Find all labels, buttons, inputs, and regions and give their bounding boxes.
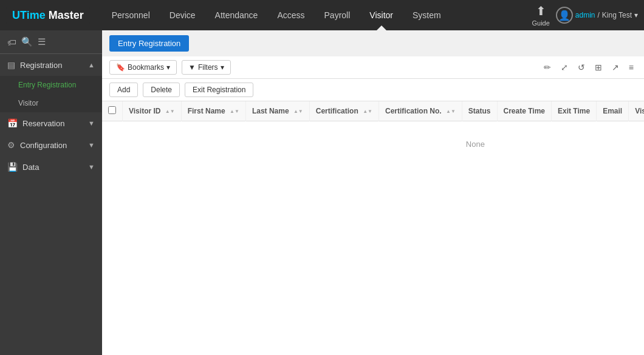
settings-icon-button[interactable]: ≡	[626, 61, 637, 74]
expand-icon-button[interactable]: ⤢	[558, 61, 571, 74]
registration-icon: ▤	[7, 60, 15, 70]
col-visitor-id: Visitor ID ▲▼	[123, 101, 182, 121]
bookmarks-label: Bookmarks	[128, 63, 164, 72]
main-layout: 🏷 🔍 ☰ ▤ Registration ▲ Entry Registratio…	[0, 30, 644, 355]
nav-item-device[interactable]: Device	[160, 0, 205, 30]
logo-master: Master	[46, 9, 84, 21]
col-certification-no: Certification No. ▲▼	[379, 101, 462, 121]
sidebar: 🏷 🔍 ☰ ▤ Registration ▲ Entry Registratio…	[0, 30, 102, 355]
sidebar-section-reservation-header[interactable]: 📅 Reservation ▼	[0, 112, 102, 134]
col-certification: Certification ▲▼	[309, 101, 379, 121]
tag-icon[interactable]: 🏷	[7, 37, 16, 47]
filters-label: Filters	[198, 63, 218, 72]
sidebar-item-visitor[interactable]: Visitor	[0, 94, 102, 112]
data-label: Data	[22, 163, 39, 172]
app-logo[interactable]: UTime Master	[6, 7, 90, 24]
configuration-icon: ⚙	[7, 140, 15, 150]
sidebar-section-data: 💾 Data ▼	[0, 156, 102, 178]
configuration-label: Configuration	[20, 141, 67, 150]
nav-item-personnel[interactable]: Personnel	[102, 0, 160, 30]
user-info[interactable]: 👤 admin/King Test ▾	[556, 7, 638, 24]
col-exit-time: Exit Time	[552, 101, 597, 121]
sidebar-top-icons: 🏷 🔍 ☰	[0, 30, 102, 54]
nav-item-payroll[interactable]: Payroll	[315, 0, 360, 30]
nav-item-access[interactable]: Access	[267, 0, 314, 30]
user-admin-label: admin	[575, 11, 595, 19]
reservation-arrow: ▼	[88, 120, 95, 127]
sidebar-section-configuration: ⚙ Configuration ▼	[0, 134, 102, 156]
visitor-table: Visitor ID ▲▼ First Name ▲▼ Last Name ▲▼	[102, 101, 644, 167]
nav-item-visitor[interactable]: Visitor	[360, 0, 403, 30]
nav-right: ⬆ Guide 👤 admin/King Test ▾	[532, 4, 638, 27]
sort-arrows-certification-no[interactable]: ▲▼	[446, 109, 456, 114]
entry-registration-breadcrumb-btn[interactable]: Entry Registration	[109, 35, 189, 52]
chevron-down-icon: ▾	[634, 11, 638, 19]
user-slash: /	[598, 11, 600, 19]
guide-button[interactable]: ⬆ Guide	[532, 4, 549, 27]
bookmarks-button[interactable]: 🔖 Bookmarks ▾	[109, 60, 177, 75]
guide-icon: ⬆	[536, 4, 546, 18]
nav-item-attendance[interactable]: Attendance	[205, 0, 268, 30]
action-row: Add Delete Exit Registration	[102, 79, 644, 101]
edit-icon-button[interactable]: ✏	[541, 61, 554, 74]
col-create-time: Create Time	[497, 101, 551, 121]
top-navigation: UTime Master Personnel Device Attendance…	[0, 0, 644, 30]
data-arrow: ▼	[88, 163, 95, 171]
nav-items: Personnel Device Attendance Access Payro…	[102, 0, 532, 30]
user-name-label: King Test	[602, 11, 632, 19]
sidebar-section-data-header[interactable]: 💾 Data ▼	[0, 156, 102, 178]
sort-arrows-last-name[interactable]: ▲▼	[293, 109, 303, 114]
col-last-name: Last Name ▲▼	[245, 101, 309, 121]
filters-button[interactable]: ▼ Filters ▾	[182, 60, 231, 75]
table-container: Visitor ID ▲▼ First Name ▲▼ Last Name ▲▼	[102, 101, 644, 355]
content-area: Entry Registration 🔖 Bookmarks ▾ ▼ Filte…	[102, 30, 644, 355]
col-status: Status	[462, 101, 497, 121]
checkbox-col-header[interactable]	[102, 101, 123, 121]
sidebar-section-reservation: 📅 Reservation ▼	[0, 112, 102, 134]
toolbar-right-icons: ✏ ⤢ ↺ ⊞ ↗ ≡	[541, 61, 637, 74]
export-icon-button[interactable]: ↗	[609, 61, 622, 74]
table-body: None	[102, 121, 644, 167]
delete-button[interactable]: Delete	[143, 83, 180, 97]
col-email: Email	[597, 101, 629, 121]
col-first-name: First Name ▲▼	[181, 101, 245, 121]
registration-arrow: ▲	[88, 61, 95, 69]
select-all-checkbox[interactable]	[108, 106, 116, 114]
col-visit-department: Visit Department	[629, 101, 644, 121]
reservation-label: Reservation	[22, 119, 64, 128]
add-button[interactable]: Add	[109, 83, 138, 97]
nav-item-system[interactable]: System	[403, 0, 451, 30]
sort-arrows-first-name[interactable]: ▲▼	[230, 109, 239, 114]
sidebar-section-registration-header[interactable]: ▤ Registration ▲	[0, 54, 102, 76]
sort-arrows-certification[interactable]: ▲▼	[363, 109, 372, 114]
no-data-text: None	[102, 121, 644, 167]
sidebar-item-entry-registration[interactable]: Entry Registration	[0, 76, 102, 94]
filters-chevron-icon: ▾	[221, 63, 224, 72]
toolbar: 🔖 Bookmarks ▾ ▼ Filters ▾ ✏ ⤢ ↺ ⊞ ↗ ≡	[102, 56, 644, 79]
data-icon: 💾	[7, 162, 18, 172]
list-icon[interactable]: ☰	[38, 36, 46, 47]
exit-registration-button[interactable]: Exit Registration	[185, 83, 253, 97]
refresh-icon-button[interactable]: ↺	[575, 61, 588, 74]
sort-arrows-visitor-id[interactable]: ▲▼	[165, 109, 175, 114]
table-header-row: Visitor ID ▲▼ First Name ▲▼ Last Name ▲▼	[102, 101, 644, 121]
search-icon[interactable]: 🔍	[21, 36, 33, 47]
sidebar-section-configuration-header[interactable]: ⚙ Configuration ▼	[0, 134, 102, 156]
logo-utime: UTime	[12, 9, 46, 21]
bookmark-icon: 🔖	[116, 63, 125, 72]
registration-label: Registration	[20, 61, 62, 70]
page-header: Entry Registration	[102, 30, 644, 56]
no-data-row: None	[102, 121, 644, 167]
configuration-arrow: ▼	[88, 141, 95, 149]
sidebar-sub-items-registration: Entry Registration Visitor	[0, 76, 102, 112]
reservation-icon: 📅	[7, 118, 18, 128]
sidebar-section-registration: ▤ Registration ▲ Entry Registration Visi…	[0, 54, 102, 112]
bookmarks-chevron-icon: ▾	[166, 63, 170, 72]
filter-icon: ▼	[188, 63, 196, 72]
columns-icon-button[interactable]: ⊞	[592, 61, 605, 74]
user-avatar: 👤	[556, 7, 573, 24]
